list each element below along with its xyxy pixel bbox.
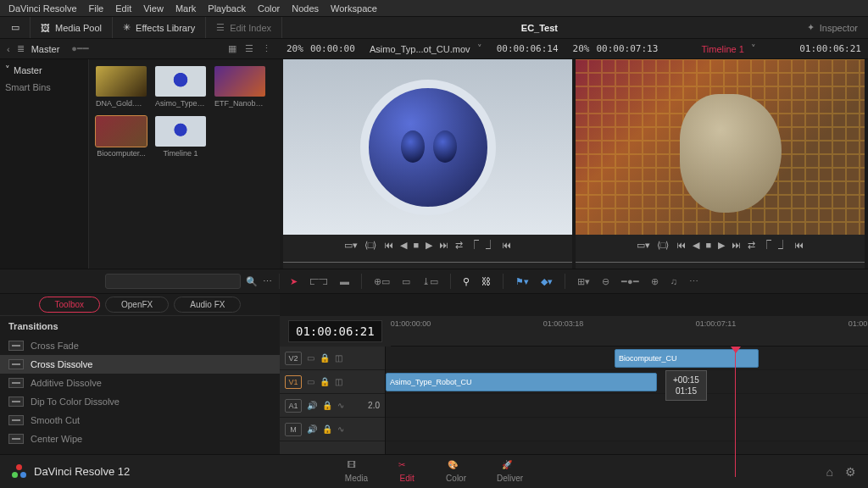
source-screen[interactable] [283,59,572,235]
out-icon[interactable]: ⏌ [486,240,495,250]
menu-item[interactable]: Playback [208,3,246,14]
track-header[interactable]: V2▭🔒◫ [280,347,385,370]
tab-effects-library[interactable]: ✳Effects Library [113,17,206,38]
zoom-out-icon[interactable]: ⊖ [602,276,609,287]
menu-item[interactable]: Mark [175,3,196,14]
search-icon[interactable]: 🔍 [246,276,258,287]
effect-item[interactable]: Additive Dissolve [0,374,280,392]
track-row[interactable] [386,418,868,441]
match-frame-icon[interactable]: ⟨□⟩ [364,240,377,251]
view-options-icon[interactable]: ⊞▾ [577,276,590,287]
clip-thumbnail[interactable]: ETF_Nanobot... [214,66,265,108]
tab-media-pool[interactable]: 🖼Media Pool [31,17,113,38]
smart-bins[interactable]: Smart Bins [5,82,83,92]
flag-icon[interactable]: ⚑▾ [515,276,529,287]
zoom-in-icon[interactable]: ⊕ [651,276,659,287]
search-input[interactable] [105,274,241,289]
list-icon[interactable]: ≣ [17,43,25,54]
page-tab-media[interactable]: 🎞Media [345,460,368,483]
lock-icon[interactable]: 🔒 [320,377,330,386]
slider-dot-icon[interactable]: ●━━ [71,43,89,54]
effect-item[interactable]: Cross Dissolve [0,355,280,374]
next-icon[interactable]: ⏭ [439,240,448,250]
loop-toggle-icon[interactable]: ⇄ [455,240,463,251]
enable-icon[interactable]: ▭ [307,353,314,363]
effect-item[interactable]: Center Wipe [0,430,280,448]
view-list-icon[interactable]: ☰ [242,43,256,54]
music-icon[interactable]: ♫ [670,276,677,286]
playhead[interactable] [735,347,736,477]
menu-item[interactable]: Workspace [331,3,377,14]
track-header[interactable]: M🔊🔒∿ [280,418,385,441]
effect-item[interactable]: Smooth Cut [0,411,280,430]
source-zoom[interactable]: 20% [287,43,303,54]
view-thumb-icon[interactable]: ▦ [225,43,239,54]
next-icon[interactable]: ⏭ [732,240,741,250]
lock-icon[interactable]: 🔒 [320,353,330,363]
home-icon[interactable]: ⌂ [826,465,833,479]
page-tab-deliver[interactable]: 🚀Deliver [497,460,523,483]
view-more-icon[interactable]: ⋮ [259,43,273,54]
timeline-clip[interactable]: Asimo_Type_Robot_CU [386,373,657,391]
zoom-slider[interactable]: ━●━ [621,276,639,287]
auto-icon[interactable]: ◫ [335,377,342,386]
tab-toolbox[interactable]: Toolbox [39,297,100,313]
track-row[interactable]: Biocomputer_CU [386,347,868,370]
rev-icon[interactable]: ◀ [693,240,699,251]
track-name[interactable]: V2 [285,352,302,365]
mute-icon[interactable]: 🔊 [307,401,317,410]
overwrite-icon[interactable]: ▭ [402,276,410,287]
tab-openfx[interactable]: OpenFX [105,297,169,313]
options-icon[interactable]: ⋯ [263,276,272,287]
prev-icon[interactable]: ⏮ [384,240,393,250]
play-icon[interactable]: ▶ [426,240,432,251]
curve-icon[interactable]: ∿ [337,401,344,410]
timeline-screen[interactable] [576,59,865,235]
clip-thumbnail[interactable]: Timeline 1 [155,116,206,158]
page-tab-color[interactable]: 🎨Color [446,460,466,483]
play-icon[interactable]: ▶ [718,240,725,251]
source-scrubber[interactable] [283,255,572,269]
track-header[interactable]: V1▭🔒◫ [280,370,385,394]
timeline-timecode[interactable]: 01:00:06:21 [288,320,382,342]
track-row[interactable]: Asimo_Type_Robot_CU [386,370,868,394]
clip-thumbnail[interactable]: DNA_Gold.mov [96,66,147,108]
menu-item[interactable]: Nodes [292,3,319,14]
loop-icon[interactable]: ▭▾ [637,240,650,251]
tab-audiofx[interactable]: Audio FX [174,297,241,313]
link-icon[interactable]: ⛓ [481,276,491,286]
stop-icon[interactable]: ■ [706,240,712,250]
timeline-ruler[interactable]: 01:00:00:0001:00:03:1801:00:07:1101:00:1… [391,316,868,347]
insert-icon[interactable]: ⊕▭ [374,276,390,287]
goto-in-icon[interactable]: ⏮ [502,240,511,250]
auto-icon[interactable]: ◫ [335,353,342,363]
tab-inspector[interactable]: ✦Inspector [797,22,868,33]
clip-thumbnail[interactable]: Biocomputer... [96,116,147,158]
track-name[interactable]: M [285,423,302,436]
menu-item[interactable]: File [89,3,104,14]
loop-icon[interactable]: ▭▾ [344,240,358,251]
marker-icon[interactable]: ◆▾ [541,276,553,287]
master-bin[interactable]: ˅Master [5,64,83,75]
back-icon[interactable]: ‹ [7,44,10,54]
trim-tool-icon[interactable]: ⫍⫎ [309,276,328,286]
out-icon[interactable]: ⏌ [778,240,787,250]
source-clip-name[interactable]: Asimo_Typ...ot_CU.mov [370,44,470,54]
timeline-zoom[interactable]: 20% [573,43,590,54]
tl-options-icon[interactable]: ⋯ [689,276,698,287]
tab-edit-index[interactable]: ☰Edit Index [206,17,282,38]
effect-item[interactable]: Cross Fade [0,336,280,355]
replace-icon[interactable]: ⤓▭ [422,276,438,287]
track-row[interactable] [386,394,868,418]
page-tab-edit[interactable]: ✂Edit [398,460,415,483]
stop-icon[interactable]: ■ [414,240,420,250]
menu-item[interactable]: Edit [115,3,131,14]
lock-icon[interactable]: 🔒 [322,401,332,410]
prev-icon[interactable]: ⏮ [676,240,686,250]
clip-thumbnail[interactable]: Asimo_Type_... [155,66,206,108]
settings-icon[interactable]: ⚙ [845,465,856,479]
rev-icon[interactable]: ◀ [400,240,407,251]
mute-icon[interactable]: 🔊 [307,424,317,434]
snap-icon[interactable]: ⚲ [463,276,470,287]
menu-item[interactable]: DaVinci Resolve [8,3,77,14]
